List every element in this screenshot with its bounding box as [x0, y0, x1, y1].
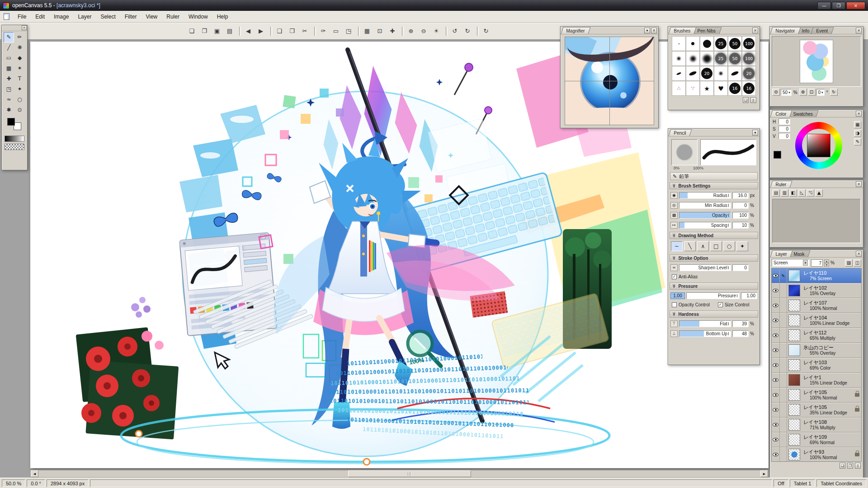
layer-visibility-toggle[interactable] [772, 388, 780, 402]
layer-edit-cell[interactable]: ✎ [780, 268, 787, 283]
panel-tab[interactable]: Layer [770, 250, 793, 257]
zoom-level-select[interactable]: 50▾ [781, 89, 792, 96]
layer-row[interactable]: ✎ レイヤ105 35% Linear Dodge [772, 403, 861, 418]
rotation-select[interactable]: 0▾ [816, 89, 825, 96]
section-hardness[interactable]: ≫Hardness [670, 310, 758, 318]
close-icon[interactable]: × [856, 181, 862, 187]
brush-preset[interactable]: ∵ [686, 81, 700, 96]
layer-visibility-toggle[interactable] [772, 298, 780, 313]
foreground-color-swatch[interactable] [7, 118, 15, 126]
layer-row[interactable]: ✎ レイヤ112 65% Multiply [772, 328, 861, 343]
layer-row[interactable]: ✎ レイヤ107 100% Normal [772, 298, 861, 313]
tool-button[interactable]: ◳ [4, 84, 14, 94]
menu-item[interactable]: File [13, 12, 31, 21]
menu-item[interactable]: Ruler [162, 12, 184, 21]
close-icon[interactable]: × [856, 111, 862, 117]
layer-visibility-toggle[interactable] [772, 432, 780, 447]
color-selector[interactable] [2, 117, 27, 134]
layer-row[interactable]: ✎ レイヤ103 69% Color [772, 358, 861, 373]
tool-button[interactable]: ≈ [4, 94, 14, 105]
tool-button[interactable]: ✎ [4, 32, 14, 42]
toolbar-button[interactable]: ▣ [211, 25, 223, 37]
layer-visibility-toggle[interactable] [772, 418, 780, 432]
saturation-value-square[interactable] [807, 134, 830, 157]
layer-action-icon[interactable]: ▯ [855, 463, 861, 469]
slider-value[interactable]: 48 [732, 330, 749, 337]
layer-row[interactable]: ✎ レイヤ109 69% Normal [772, 432, 861, 447]
toolbar-button[interactable]: ⊖ [418, 25, 429, 37]
ruler-mode-icon[interactable]: ▤ [772, 189, 780, 197]
close-icon[interactable]: × [752, 28, 758, 33]
brush-preset[interactable]: 20 [700, 66, 714, 81]
tool-button[interactable]: ⊙ [14, 105, 25, 115]
close-icon[interactable]: × [651, 28, 657, 33]
tool-button[interactable]: ❋ [14, 42, 25, 53]
color-option-icon[interactable]: ✎ [854, 138, 861, 145]
layer-visibility-toggle[interactable] [772, 373, 780, 387]
drawing-method-button[interactable]: ∼ [671, 241, 683, 251]
tool-button[interactable]: ╱ [4, 42, 14, 53]
layer-edit-cell[interactable]: ✎ [780, 283, 787, 298]
brush-preset[interactable] [686, 51, 700, 66]
drawing-method-button[interactable]: ∧ [697, 241, 709, 251]
antialias-checkbox[interactable]: ✓ [672, 274, 677, 279]
close-icon[interactable]: × [856, 251, 862, 257]
toolbar-button[interactable]: ↻ [462, 25, 473, 37]
drawing-method-button[interactable]: ✦ [736, 241, 748, 251]
tool-button[interactable]: ▦ [4, 63, 14, 74]
layer-lock-icon[interactable]: ▨ [845, 259, 853, 267]
chevron-down-icon[interactable]: ▾ [752, 130, 758, 136]
slider-track[interactable]: Opacity [679, 212, 731, 219]
toolbar-button[interactable]: ☀ [430, 25, 442, 37]
layer-opacity-input[interactable]: 7 [811, 259, 823, 267]
ruler-mode-icon[interactable]: ▲ [815, 189, 823, 197]
layer-action-icon[interactable]: ❐ [847, 463, 853, 469]
brush-preset[interactable]: 100 [742, 51, 756, 66]
brush-preset[interactable]: 16 [742, 81, 756, 96]
color-option-icon[interactable]: ▦ [854, 121, 861, 128]
minimize-button[interactable]: — [817, 2, 831, 9]
brush-preset[interactable] [672, 51, 686, 66]
menu-item[interactable]: Window [184, 12, 212, 21]
slider-track[interactable]: Flat [679, 320, 731, 327]
tool-button[interactable]: ✱ [4, 105, 14, 115]
brush-preset[interactable] [672, 66, 686, 81]
close-button[interactable]: × [846, 2, 865, 9]
layer-row[interactable]: ✎ レイヤ105 100% Normal [772, 388, 861, 403]
spin-down-icon[interactable]: ▾ [824, 263, 829, 267]
brush-action-button[interactable]: ❏ [743, 97, 749, 103]
ruler-mode-icon[interactable]: ◧ [789, 189, 797, 197]
layer-edit-cell[interactable]: ✎ [780, 418, 787, 432]
slider-value[interactable]: 16.0 [732, 192, 749, 199]
ruler-mode-icon[interactable]: ▥ [781, 189, 788, 197]
toolbar-button[interactable]: ▦ [361, 25, 373, 37]
brush-preset[interactable]: 25 [714, 36, 728, 51]
menu-item[interactable]: Edit [31, 12, 49, 21]
ruler-title[interactable]: Ruler [770, 181, 793, 188]
layer-visibility-toggle[interactable] [772, 283, 780, 298]
panel-tab[interactable]: Color [770, 110, 793, 117]
sharpen-value[interactable]: 0 [732, 264, 749, 271]
zoom-out-icon[interactable]: ⊖ [772, 89, 780, 96]
layer-edit-cell[interactable]: ✎ [780, 432, 787, 447]
drawing-method-button[interactable]: □ [710, 241, 722, 251]
layer-edit-cell[interactable]: ✎ [780, 328, 787, 343]
scroll-right-icon[interactable]: ▶ [760, 470, 768, 477]
layer-row[interactable]: ✎ レイヤ110 7% Screen [772, 268, 861, 283]
slider-value[interactable]: 100 [732, 212, 749, 219]
menu-item[interactable]: Image [49, 12, 73, 21]
tool-button[interactable]: ✶ [14, 63, 25, 74]
current-tool-bar[interactable]: ✎ 鉛筆 [670, 172, 758, 180]
blend-mode-select[interactable]: Screen▾ [772, 259, 810, 267]
drawing-method-button[interactable]: ○ [723, 241, 735, 251]
opacity-control-checkbox[interactable] [672, 302, 677, 307]
toolbar-button[interactable]: ▶ [255, 25, 267, 37]
chevron-down-icon[interactable]: ▾ [644, 28, 650, 33]
layer-lock-icon[interactable]: ◫ [854, 259, 861, 267]
brush-preset[interactable]: ♥ [714, 81, 728, 96]
layer-visibility-toggle[interactable] [772, 403, 780, 417]
layer-visibility-toggle[interactable] [772, 447, 780, 462]
close-icon[interactable]: × [856, 28, 862, 33]
brush-preset[interactable] [714, 66, 728, 81]
brush-action-button[interactable]: ▯ [750, 97, 756, 103]
